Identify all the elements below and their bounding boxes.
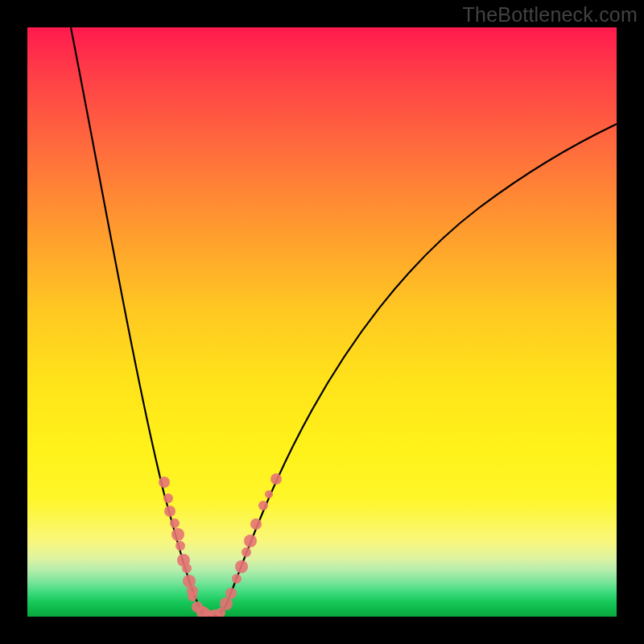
data-point-16 <box>220 597 233 610</box>
data-point-24 <box>265 490 273 498</box>
data-point-1 <box>163 493 173 503</box>
data-point-10 <box>188 592 197 601</box>
outer-frame: TheBottleneck.com <box>0 0 644 644</box>
data-point-22 <box>250 518 262 530</box>
watermark-text: TheBottleneck.com <box>463 3 638 27</box>
data-point-3 <box>170 518 180 528</box>
series-curve-left <box>71 27 209 617</box>
data-point-21 <box>244 535 257 547</box>
data-point-17 <box>225 588 237 599</box>
data-point-4 <box>171 528 184 541</box>
data-point-25 <box>270 473 282 485</box>
markers-group <box>159 473 282 617</box>
chart-svg <box>27 27 617 617</box>
data-point-0 <box>159 477 170 488</box>
series-group <box>71 27 617 617</box>
data-point-20 <box>242 547 251 557</box>
series-curve-right <box>209 124 617 617</box>
data-point-7 <box>182 564 192 573</box>
data-point-5 <box>175 541 185 551</box>
plot-area <box>27 27 617 617</box>
data-point-23 <box>258 501 268 510</box>
data-point-19 <box>235 560 248 573</box>
data-point-2 <box>164 506 175 517</box>
data-point-18 <box>232 574 242 584</box>
